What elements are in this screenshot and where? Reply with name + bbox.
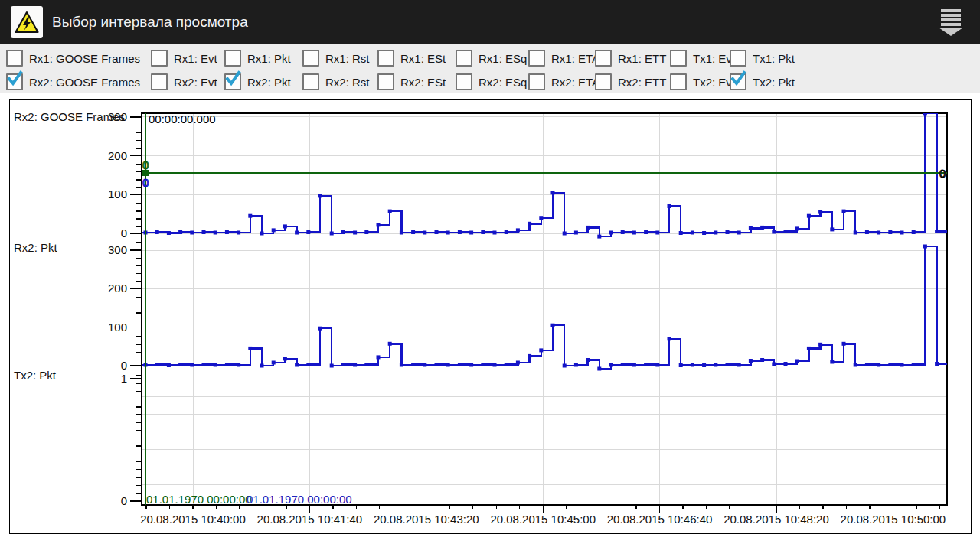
svg-text:20.08.2015 10:46:40: 20.08.2015 10:46:40 xyxy=(607,513,713,526)
cursor-time-label: 00:00:00.000 xyxy=(149,112,216,125)
checkbox-tx1-evt[interactable]: Tx1: Evt xyxy=(670,48,735,68)
checkbox-tx2-pkt[interactable]: Tx2: Pkt xyxy=(730,72,795,92)
svg-text:100: 100 xyxy=(108,187,127,200)
checkbox-unchecked-icon[interactable] xyxy=(224,50,241,67)
svg-text:300: 300 xyxy=(108,243,127,256)
svg-text:200: 200 xyxy=(108,282,127,295)
checkbox-rx1-pkt[interactable]: Rx1: Pkt xyxy=(224,48,291,68)
chart-outer-border xyxy=(9,99,971,533)
checkbox-unchecked-icon[interactable] xyxy=(377,73,394,90)
checkbox-label: Rx1: ETA xyxy=(551,52,599,65)
checkbox-rx1-evt[interactable]: Rx1: Evt xyxy=(151,48,217,68)
svg-text:0: 0 xyxy=(121,359,127,372)
checkbox-label: Rx1: Pkt xyxy=(247,52,291,65)
svg-text:0: 0 xyxy=(121,494,127,507)
checkbox-unchecked-icon[interactable] xyxy=(151,73,168,90)
checkbox-label: Rx1: Evt xyxy=(174,52,217,65)
svg-text:20.08.2015 10:45:00: 20.08.2015 10:45:00 xyxy=(490,513,596,526)
checkbox-label: Rx1: ETT xyxy=(618,52,666,65)
checkbox-label: Tx1: Pkt xyxy=(753,52,795,65)
svg-text:1: 1 xyxy=(121,372,127,385)
cursor-value-right: 0 xyxy=(939,167,946,180)
svg-text:20.08.2015 10:48:20: 20.08.2015 10:48:20 xyxy=(724,513,829,526)
x-axis-labels: 20.08.2015 10:40:0020.08.2015 10:41:4020… xyxy=(140,513,946,526)
checkbox-rx2-est[interactable]: Rx2: ESt xyxy=(377,72,446,92)
checkbox-unchecked-icon[interactable] xyxy=(730,50,746,67)
checkbox-label: Rx2: Rst xyxy=(325,76,370,89)
checkbox-label: Rx2: ETT xyxy=(618,76,666,89)
high-voltage-warning-icon xyxy=(11,6,43,38)
checkbox-rx2-rst[interactable]: Rx2: Rst xyxy=(302,72,370,92)
checkbox-tx1-pkt[interactable]: Tx1: Pkt xyxy=(730,48,795,68)
checkbox-rx2-eta[interactable]: Rx2: ETA xyxy=(528,72,599,92)
checkbox-unchecked-icon[interactable] xyxy=(456,50,472,67)
checkbox-rx1-rst[interactable]: Rx1: Rst xyxy=(302,48,370,68)
checkbox-checked-icon[interactable] xyxy=(224,73,241,90)
checkbox-label: Tx1: Evt xyxy=(693,52,735,65)
series-label-tx2-pkt: Tx2: Pkt xyxy=(14,369,57,382)
checkbox-tx2-evt[interactable]: Tx2: Evt xyxy=(670,72,735,92)
checkbox-unchecked-icon[interactable] xyxy=(595,50,612,67)
download-list-icon[interactable] xyxy=(934,6,968,38)
svg-text:20.08.2015 10:40:00: 20.08.2015 10:40:00 xyxy=(140,513,246,526)
checkbox-rx2-goose-frames[interactable]: Rx2: GOOSE Frames xyxy=(6,72,140,92)
checkbox-rx1-esq[interactable]: Rx1: ESq xyxy=(456,48,527,68)
checkbox-label: Rx1: ESq xyxy=(479,52,527,65)
checkbox-rx1-eta[interactable]: Rx1: ETA xyxy=(528,48,599,68)
checkbox-unchecked-icon[interactable] xyxy=(302,50,319,67)
series-label-rx2-goose-frames: Rx2: GOOSE Frames xyxy=(14,110,125,123)
checkbox-label: Rx1: ESt xyxy=(400,52,446,65)
checkbox-unchecked-icon[interactable] xyxy=(595,73,612,90)
checkbox-rx2-pkt[interactable]: Rx2: Pkt xyxy=(224,72,291,92)
checkbox-rx1-est[interactable]: Rx1: ESt xyxy=(377,48,446,68)
checkbox-unchecked-icon[interactable] xyxy=(528,50,545,67)
checkbox-label: Tx2: Pkt xyxy=(753,76,795,89)
checkbox-unchecked-icon[interactable] xyxy=(670,50,687,67)
checkbox-checked-icon[interactable] xyxy=(730,73,746,90)
chart-panel[interactable]: 300200100030020010001020.08.2015 10:40:0… xyxy=(0,93,980,544)
cursor-value-green: 0 xyxy=(142,158,149,171)
svg-text:20.08.2015 10:43:20: 20.08.2015 10:43:20 xyxy=(374,513,479,526)
checkbox-label: Tx2: Evt xyxy=(693,76,735,89)
svg-text:0: 0 xyxy=(121,226,127,239)
signal-filter-panel: Rx1: GOOSE FramesRx1: EvtRx1: PktRx1: Rs… xyxy=(0,44,980,94)
checkbox-label: Rx2: ESt xyxy=(400,76,446,89)
checkbox-label: Rx1: GOOSE Frames xyxy=(29,52,140,65)
checkbox-label: Rx1: Rst xyxy=(325,52,370,65)
checkbox-unchecked-icon[interactable] xyxy=(456,73,472,90)
svg-text:20.08.2015 10:41:40: 20.08.2015 10:41:40 xyxy=(257,513,363,526)
svg-text:200: 200 xyxy=(108,149,127,162)
cursor-value-blue: 0 xyxy=(142,176,149,189)
series-label-rx2-pkt: Rx2: Pkt xyxy=(14,241,58,254)
checkbox-label: Rx2: GOOSE Frames xyxy=(29,76,140,89)
checkbox-rx1-ett[interactable]: Rx1: ETT xyxy=(595,48,666,68)
svg-text:20.08.2015 10:50:00: 20.08.2015 10:50:00 xyxy=(841,513,946,526)
svg-text:100: 100 xyxy=(108,321,127,334)
checkbox-unchecked-icon[interactable] xyxy=(6,50,23,67)
title-bar: Выбор интервала просмотра xyxy=(0,0,980,44)
checkbox-unchecked-icon[interactable] xyxy=(302,73,319,90)
checkbox-checked-icon[interactable] xyxy=(6,73,23,90)
checkbox-unchecked-icon[interactable] xyxy=(151,50,168,67)
checkbox-label: Rx2: Evt xyxy=(174,76,217,89)
checkbox-rx1-goose-frames[interactable]: Rx1: GOOSE Frames xyxy=(6,48,140,68)
checkbox-label: Rx2: Pkt xyxy=(247,76,291,89)
checkbox-rx2-evt[interactable]: Rx2: Evt xyxy=(151,72,217,92)
checkbox-unchecked-icon[interactable] xyxy=(670,73,687,90)
checkbox-rx2-ett[interactable]: Rx2: ETT xyxy=(595,72,666,92)
checkbox-rx2-esq[interactable]: Rx2: ESq xyxy=(456,72,527,92)
page-title: Выбор интервала просмотра xyxy=(52,14,934,31)
checkbox-label: Rx2: ESq xyxy=(479,76,527,89)
checkbox-unchecked-icon[interactable] xyxy=(377,50,394,67)
checkbox-unchecked-icon[interactable] xyxy=(528,73,545,90)
timestamp-green: 01.01.1970 00:00:00 xyxy=(146,493,252,506)
timestamp-blue: 01.01.1970 00:00:00 xyxy=(247,493,352,506)
checkbox-label: Rx2: ETA xyxy=(551,76,599,89)
interval-chart[interactable]: 300200100030020010001020.08.2015 10:40:0… xyxy=(0,93,980,544)
